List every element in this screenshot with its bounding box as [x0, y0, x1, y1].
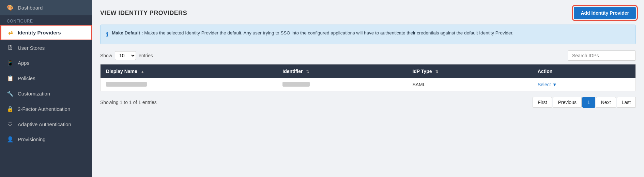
sidebar-item-apps[interactable]: 📱 Apps [0, 55, 92, 71]
pagination-page-1-button[interactable]: 1 [582, 97, 595, 108]
dashboard-icon: 🎨 [7, 4, 14, 11]
col-identifier[interactable]: Identifier ⇅ [277, 64, 407, 78]
cell-idp-type: SAML [407, 78, 532, 91]
select-dropdown-icon: ▼ [552, 82, 557, 87]
sidebar-item-label: Adaptive Authentication [18, 121, 71, 127]
sidebar-item-customization[interactable]: 🔧 Customization [0, 86, 92, 101]
show-entries-control: Show 10 25 50 100 entries [100, 51, 153, 60]
add-identity-provider-button[interactable]: Add Identity Provider [574, 7, 636, 19]
col-action-label: Action [538, 69, 553, 74]
col-action: Action [532, 64, 636, 78]
apps-icon: 📱 [7, 60, 14, 66]
sidebar-item-two-factor[interactable]: 🔒 2-Factor Authentication [0, 101, 92, 117]
col-display-name[interactable]: Display Name ▲ [101, 64, 277, 78]
cell-identifier [277, 78, 407, 91]
showing-text: Showing 1 to 1 of 1 entries [100, 100, 157, 105]
col-identifier-label: Identifier [282, 69, 303, 74]
sidebar-item-user-stores[interactable]: 🗄 User Stores [0, 40, 92, 55]
provisioning-icon: 👤 [7, 136, 14, 143]
user-stores-icon: 🗄 [7, 45, 14, 51]
info-banner-body: Makes the selected Identity Provider the… [144, 30, 513, 35]
sidebar-item-dashboard[interactable]: 🎨 Dashboard [0, 0, 92, 15]
entries-select[interactable]: 10 25 50 100 [115, 51, 136, 60]
sidebar-item-label: Apps [18, 60, 29, 66]
sidebar-item-label: Provisioning [18, 136, 46, 142]
cell-display-name [101, 78, 277, 91]
display-name-value [106, 82, 147, 87]
sidebar-item-label: 2-Factor Authentication [18, 106, 70, 112]
sidebar-item-label: Policies [18, 75, 35, 81]
idp-table: Display Name ▲ Identifier ⇅ IdP Type ⇅ A… [100, 64, 636, 91]
sort-identifier-icon: ⇅ [306, 70, 309, 74]
configure-section-label: Configure [0, 15, 92, 25]
sidebar-item-identity-providers[interactable]: ⇄ Identity Providers [0, 25, 92, 40]
sidebar-item-label: Dashboard [18, 5, 43, 11]
info-icon: ℹ [106, 30, 108, 39]
entries-label: entries [139, 53, 153, 58]
show-label: Show [100, 53, 112, 58]
sidebar-item-label: Identity Providers [18, 30, 61, 35]
sidebar: 🎨 Dashboard Configure ⇄ Identity Provide… [0, 0, 92, 177]
col-display-name-label: Display Name [106, 69, 137, 74]
sidebar-item-adaptive-auth[interactable]: 🛡 Adaptive Authentication [0, 117, 92, 132]
customization-icon: 🔧 [7, 90, 14, 97]
table-controls: Show 10 25 50 100 entries [100, 50, 636, 61]
col-idp-type[interactable]: IdP Type ⇅ [407, 64, 532, 78]
action-select-button[interactable]: Select ▼ [538, 82, 630, 87]
page-header: VIEW IDENTITY PROVIDERS Add Identity Pro… [100, 7, 636, 19]
info-banner: ℹ Make Default : Makes the selected Iden… [100, 25, 636, 44]
idp-type-value: SAML [412, 82, 425, 87]
sidebar-item-label: User Stores [18, 45, 45, 51]
cell-action: Select ▼ [532, 78, 636, 91]
pagination-previous-button[interactable]: Previous [553, 97, 581, 108]
identity-providers-icon: ⇄ [7, 29, 14, 36]
info-banner-bold: Make Default : [112, 30, 143, 35]
main-content: VIEW IDENTITY PROVIDERS Add Identity Pro… [92, 0, 644, 177]
col-idp-type-label: IdP Type [412, 69, 432, 74]
sidebar-item-label: Customization [18, 91, 50, 97]
sort-display-name-icon: ▲ [141, 70, 144, 74]
info-banner-text: Make Default : Makes the selected Identi… [112, 30, 513, 36]
pagination-row: Showing 1 to 1 of 1 entries First Previo… [100, 95, 636, 109]
identifier-value [282, 82, 310, 87]
pagination-next-button[interactable]: Next [596, 97, 616, 108]
adaptive-auth-icon: 🛡 [7, 121, 14, 127]
sort-idp-type-icon: ⇅ [435, 70, 438, 74]
page-title: VIEW IDENTITY PROVIDERS [100, 10, 187, 17]
table-header-row: Display Name ▲ Identifier ⇅ IdP Type ⇅ A… [101, 64, 636, 78]
pagination-last-button[interactable]: Last [617, 97, 636, 108]
two-factor-icon: 🔒 [7, 106, 14, 112]
search-input[interactable] [568, 50, 636, 61]
sidebar-item-provisioning[interactable]: 👤 Provisioning [0, 132, 92, 147]
pagination-first-button[interactable]: First [533, 97, 552, 108]
sidebar-item-policies[interactable]: 📋 Policies [0, 71, 92, 86]
table-row: SAML Select ▼ [101, 78, 636, 91]
pagination-buttons: First Previous 1 Next Last [533, 97, 636, 108]
policies-icon: 📋 [7, 75, 14, 82]
